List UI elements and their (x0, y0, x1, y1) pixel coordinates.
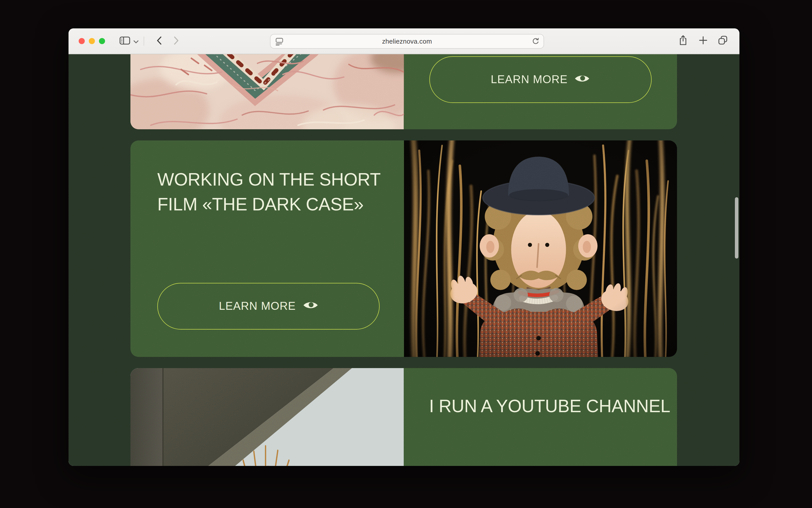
tab-overview-button[interactable] (716, 35, 729, 48)
share-button[interactable] (676, 35, 690, 48)
learn-more-button[interactable]: LEARN MORE (429, 56, 652, 103)
forward-arrow-icon (173, 36, 179, 46)
reload-icon[interactable] (532, 38, 539, 47)
zoom-button[interactable] (99, 38, 105, 44)
card-heading: WORKING ON THE SHORT FILM «THE DARK CASE… (157, 167, 396, 216)
eye-icon (303, 300, 318, 313)
toolbar-right-actions (676, 29, 729, 54)
back-button[interactable] (152, 35, 165, 48)
person-in-fur-hat-photo (130, 368, 404, 466)
desktop-background: zhelieznova.com (0, 0, 812, 508)
browser-window: zhelieznova.com (69, 29, 739, 466)
back-arrow-icon (156, 36, 162, 46)
learn-more-label: LEARN MORE (491, 73, 568, 86)
minimize-button[interactable] (89, 38, 95, 44)
learn-more-button[interactable]: LEARN MORE (157, 283, 380, 330)
youtube-card-panel: I RUN A YOUTUBE CHANNEL (404, 368, 677, 466)
heading-line-1: WORKING ON THE SHORT (157, 169, 381, 189)
chevron-down-icon (133, 37, 139, 45)
youtube-card: I RUN A YOUTUBE CHANNEL (130, 368, 677, 466)
close-button[interactable] (79, 38, 85, 44)
toolbar-divider (144, 37, 144, 46)
short-film-card: WORKING ON THE SHORT FILM «THE DARK CASE… (130, 140, 677, 357)
forward-button[interactable] (169, 35, 183, 48)
page-scrollbar-thumb[interactable] (735, 197, 738, 259)
sidebar-menu-button[interactable] (131, 35, 141, 48)
tab-overview-icon (718, 36, 728, 47)
url-text: zhelieznova.com (382, 38, 432, 45)
eye-icon (575, 73, 590, 86)
share-icon (679, 35, 688, 47)
address-bar[interactable]: zhelieznova.com (270, 34, 544, 49)
page-preview-icon[interactable] (275, 37, 284, 48)
embroidery-card: LEARN MORE (130, 54, 677, 129)
page-viewport: LEARN MORE WORKING ON THE SHORT (69, 54, 739, 466)
new-tab-button[interactable] (696, 35, 709, 48)
learn-more-label: LEARN MORE (219, 300, 296, 313)
browser-toolbar: zhelieznova.com (69, 29, 739, 54)
embroidery-card-panel: LEARN MORE (404, 54, 677, 129)
card-heading: I RUN A YOUTUBE CHANNEL (429, 393, 673, 418)
traffic-lights (79, 38, 105, 44)
sidebar-toggle-icon (119, 36, 130, 46)
puppet-in-grass-photo (404, 140, 677, 357)
plus-icon (699, 36, 707, 46)
heading-line-2: FILM «THE DARK CASE» (157, 194, 363, 214)
short-film-card-panel: WORKING ON THE SHORT FILM «THE DARK CASE… (130, 140, 404, 357)
embroidery-closeup-photo (130, 54, 404, 129)
sidebar-toggle-button[interactable] (118, 35, 131, 48)
